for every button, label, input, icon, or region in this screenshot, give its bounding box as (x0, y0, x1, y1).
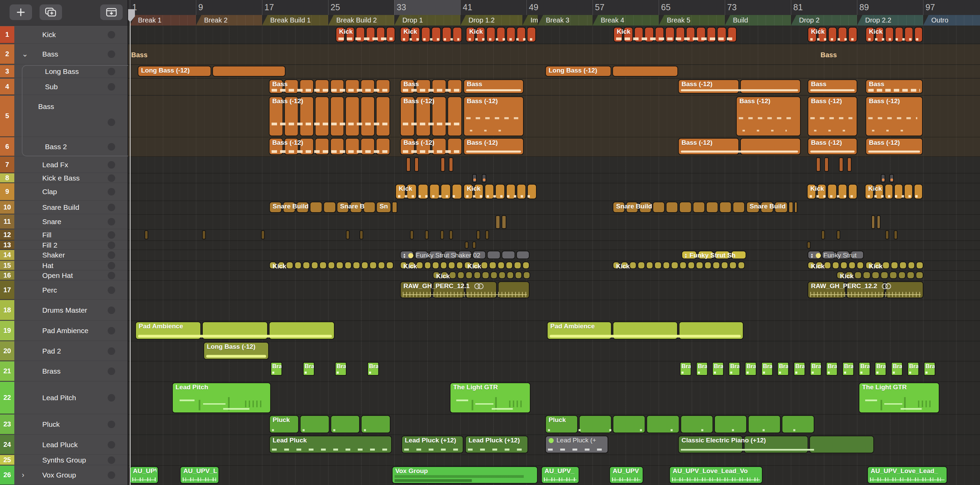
region-pluck[interactable]: Pluck (269, 415, 390, 433)
track-mute-dot[interactable] (108, 51, 115, 58)
track-mute-dot[interactable] (108, 367, 115, 375)
region-bass-12-[interactable]: Bass (-12) (808, 138, 858, 155)
region-kick[interactable]: Kick (837, 272, 923, 279)
region-block[interactable] (824, 157, 829, 172)
track-mute-dot[interactable] (108, 188, 115, 196)
region-block[interactable] (885, 230, 889, 239)
region-pad-ambience[interactable]: Pad Ambience (547, 321, 743, 340)
marker-outro[interactable]: Outro (923, 15, 980, 25)
region-kick[interactable]: Kick (808, 27, 858, 42)
region-bra[interactable]: Bra (777, 362, 789, 376)
region-bra[interactable]: Bra (907, 362, 919, 376)
region-kick[interactable]: Kick (464, 262, 530, 269)
region-bra[interactable]: Bra (303, 362, 315, 376)
track-mute-dot[interactable] (108, 251, 115, 259)
region-sn[interactable]: Sn (376, 202, 391, 213)
region-bass-12-[interactable]: Bass (-12) (678, 80, 801, 94)
track-mute-dot[interactable] (108, 83, 115, 91)
track-header-lead-pitch[interactable]: 22Lead Pitch (0, 382, 127, 414)
region-raw-gh-perc-12-2[interactable]: RAW_GH_PERC_12.2 (808, 281, 923, 298)
chevron-down-icon[interactable]: ⌄ (22, 50, 28, 59)
track-header-snare[interactable]: 11Snare (0, 215, 127, 229)
region-bra[interactable]: Bra (859, 362, 870, 376)
region-block[interactable] (360, 230, 363, 239)
region-snare-b[interactable]: Snare B (337, 202, 375, 213)
track-mute-dot[interactable] (108, 327, 115, 334)
region-kick[interactable]: Kick (612, 262, 745, 269)
region-block[interactable] (495, 215, 500, 229)
region-kick[interactable]: Kick (613, 27, 737, 42)
region-bass-12-[interactable]: Bass (-12) (269, 96, 390, 136)
region-bass[interactable]: Bass (463, 80, 524, 94)
region-kick[interactable]: Kick (400, 262, 463, 269)
chevron-right-icon[interactable]: › (22, 471, 24, 480)
track-mute-dot[interactable] (108, 143, 115, 151)
marker-break-build-2[interactable]: Break Build 2 (328, 15, 394, 25)
region-au-upv-love-lead-vo[interactable]: AU_UPV_Love_Lead_Vo (669, 466, 763, 483)
region-snare-build[interactable]: Snare Build (269, 202, 336, 213)
track-mute-dot[interactable] (108, 68, 115, 75)
duplicate-track-button[interactable] (40, 5, 62, 20)
region-kick[interactable]: Kick (395, 184, 462, 199)
track-header-lead-fx[interactable]: 7Lead Fx (0, 157, 127, 173)
marker-build[interactable]: Build (725, 15, 791, 25)
marker-imp[interactable]: Imp (522, 15, 538, 25)
region-pad-ambience[interactable]: Pad Ambience (135, 321, 335, 340)
region-au-upv[interactable]: AU_UPV (609, 466, 643, 483)
region-kick[interactable]: Kick (336, 27, 395, 42)
region-kick[interactable]: Kick (466, 27, 536, 42)
region-au-upv-[interactable]: AU_UPV_ (541, 466, 579, 483)
track-header-shaker[interactable]: 14Shaker (0, 250, 127, 261)
region-block[interactable] (894, 230, 897, 239)
region-kick[interactable]: Kick (865, 27, 923, 42)
region-block[interactable] (441, 157, 445, 172)
track-header-sub[interactable]: 4Sub (0, 79, 127, 95)
region-raw-gh-perc-12-1[interactable]: RAW_GH_PERC_12.1 (400, 281, 530, 298)
track-header-synths-group[interactable]: 25Synths Group (0, 455, 127, 465)
region-kick[interactable]: Kick (808, 262, 864, 269)
region-bass-12-[interactable]: Bass (-12) (463, 138, 524, 155)
region-block[interactable] (449, 157, 453, 172)
region-bra[interactable]: Bra (891, 362, 903, 376)
track-mute-dot[interactable] (108, 242, 115, 249)
region-block[interactable] (261, 230, 265, 239)
region-bra[interactable]: Bra (368, 362, 379, 376)
track-mute-dot[interactable] (108, 441, 115, 448)
region-long-bass-12-[interactable]: Long Bass (-12) (204, 342, 269, 360)
track-mute-dot[interactable] (108, 286, 115, 294)
track-header-pluck[interactable]: 23Pluck (0, 415, 127, 434)
track-mute-dot[interactable] (108, 421, 115, 428)
marker-drop-2-2[interactable]: Drop 2.2 (857, 15, 923, 25)
track-header-vox-group[interactable]: 26›Vox Group (0, 466, 127, 485)
region-lead-pluck-+12-[interactable]: Lead Pluck (+12) (465, 436, 528, 453)
region-block[interactable] (881, 174, 885, 183)
track-header-pad-2[interactable]: 20Pad 2 (0, 341, 127, 361)
marker-break-2[interactable]: Break 2 (196, 15, 262, 25)
marker-drop-2[interactable]: Drop 2 (791, 15, 857, 25)
region-au-upv[interactable]: AU_UPV (129, 466, 158, 483)
track-header-fill-2[interactable]: 13Fill 2 (0, 241, 127, 250)
track-mute-dot[interactable] (108, 119, 115, 126)
region-kick[interactable]: Kick (865, 184, 923, 199)
region-bass-12-[interactable]: Bass (-12) (736, 96, 801, 136)
track-mute-dot[interactable] (108, 31, 115, 38)
track-mute-dot[interactable] (108, 161, 115, 169)
track-header-fill[interactable]: 12Fill (0, 229, 127, 240)
track-mute-dot[interactable] (108, 262, 115, 269)
region-bra[interactable]: Bra (826, 362, 838, 376)
marker-drop-1[interactable]: Drop 1 (394, 15, 460, 25)
track-mute-dot[interactable] (108, 204, 115, 211)
region-block[interactable] (794, 202, 797, 213)
region-bra[interactable]: Bra (924, 362, 935, 376)
region-bass[interactable]: Bass (808, 80, 858, 94)
region-funky-strut-shaker-02[interactable]: ▴▾Funky Strut Shaker 02 (400, 251, 530, 259)
track-header-kick[interactable]: 1Kick (0, 26, 127, 44)
region-classic-electric-piano-+12-[interactable]: Classic Electric Piano (+12) (678, 436, 874, 453)
region-block[interactable] (392, 202, 397, 213)
track-header-kick-e-bass[interactable]: 8Kick e Bass (0, 173, 127, 183)
region-block[interactable] (871, 215, 875, 229)
track-header-open-hat[interactable]: 16Open Hat (0, 271, 127, 280)
region-block[interactable] (472, 174, 477, 183)
track-header-bass-2[interactable]: 6Bass 2 (0, 137, 127, 156)
region-bra[interactable]: Bra (794, 362, 805, 376)
